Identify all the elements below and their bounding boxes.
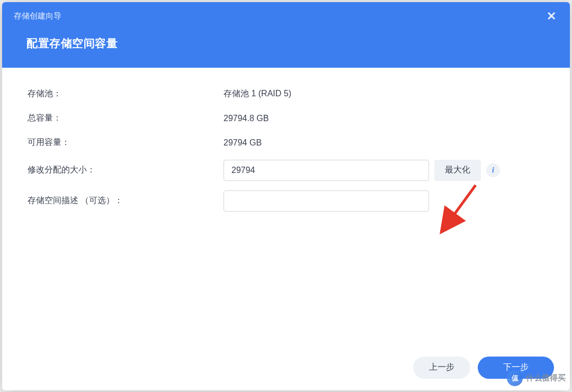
page-title: 配置存储空间容量 xyxy=(2,26,570,68)
label-total-capacity: 总容量： xyxy=(28,113,224,124)
maximize-button[interactable]: 最大化 xyxy=(434,160,481,181)
row-total-capacity: 总容量： 29794.8 GB xyxy=(28,111,544,126)
description-input[interactable] xyxy=(224,190,429,212)
allocate-input-group: 最大化 i xyxy=(224,160,500,181)
value-available-capacity: 29794 GB xyxy=(224,138,262,148)
arrow-annotation-icon xyxy=(433,180,481,243)
dialog-footer: 上一步 下一步 值 什么值得买 xyxy=(2,349,570,390)
info-icon[interactable]: i xyxy=(486,163,500,177)
dialog-header: 存储创建向导 ✕ 配置存储空间容量 xyxy=(2,2,570,68)
value-total-capacity: 29794.8 GB xyxy=(224,114,269,123)
allocate-size-input[interactable] xyxy=(224,160,429,181)
label-available-capacity: 可用容量： xyxy=(28,137,224,148)
titlebar: 存储创建向导 ✕ xyxy=(2,2,570,26)
label-storage-pool: 存储池： xyxy=(28,88,224,99)
value-storage-pool: 存储池 1 (RAID 5) xyxy=(224,88,291,99)
label-description: 存储空间描述 （可选）： xyxy=(28,195,224,206)
label-allocate-size: 修改分配的大小： xyxy=(28,165,224,176)
close-icon[interactable]: ✕ xyxy=(544,10,558,23)
storage-wizard-dialog: 存储创建向导 ✕ 配置存储空间容量 存储池： 存储池 1 (RAID 5) 总容… xyxy=(2,2,570,390)
description-input-group xyxy=(224,190,429,212)
row-available-capacity: 可用容量： 29794 GB xyxy=(28,135,544,150)
row-storage-pool: 存储池： 存储池 1 (RAID 5) xyxy=(28,87,544,102)
row-description: 存储空间描述 （可选）： xyxy=(28,190,544,212)
row-allocate-size: 修改分配的大小： 最大化 i xyxy=(28,160,544,181)
dialog-content: 存储池： 存储池 1 (RAID 5) 总容量： 29794.8 GB 可用容量… xyxy=(2,68,570,349)
next-button[interactable]: 下一步 xyxy=(478,357,554,379)
window-title: 存储创建向导 xyxy=(14,11,61,21)
prev-button[interactable]: 上一步 xyxy=(413,357,470,379)
